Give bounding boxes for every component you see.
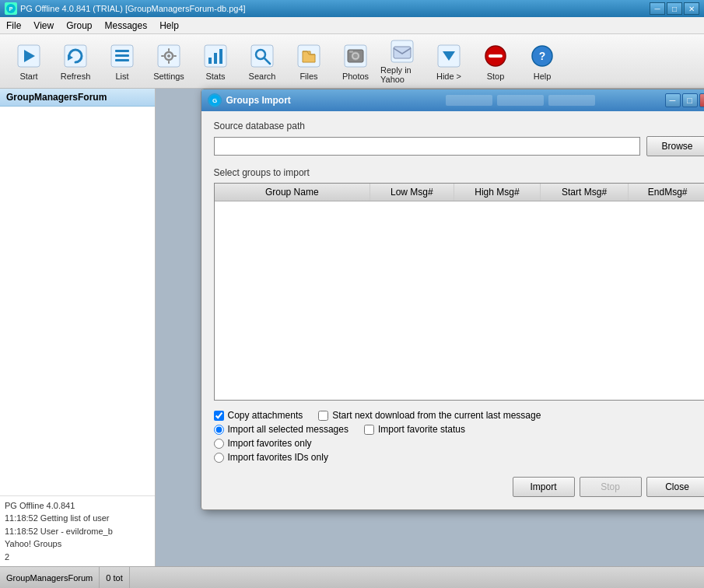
- start-next-download-checkbox[interactable]: [318, 411, 328, 421]
- menu-messages[interactable]: Messages: [99, 17, 154, 33]
- import-favorites-only-radio[interactable]: [214, 439, 224, 449]
- settings-icon: [155, 42, 183, 70]
- table-header-row: Group Name Low Msg# High Msg# Start Msg#…: [215, 184, 705, 201]
- select-groups-label: Select groups to import: [214, 167, 705, 178]
- import-favorites-only-option[interactable]: Import favorites only: [214, 438, 312, 449]
- import-favorites-ids-option[interactable]: Import favorites IDs only: [214, 452, 328, 463]
- col-low-msg: Low Msg#: [370, 184, 454, 201]
- import-all-radio[interactable]: [214, 425, 224, 435]
- reply-yahoo-icon: [388, 39, 416, 64]
- menu-view[interactable]: View: [27, 17, 60, 33]
- import-button[interactable]: Import: [513, 477, 575, 497]
- col-start-msg: Start Msg#: [541, 184, 629, 201]
- import-favorite-status-checkbox[interactable]: [364, 425, 374, 435]
- copy-attachments-option[interactable]: Copy attachments: [214, 410, 303, 421]
- stop-label: Stop: [487, 72, 505, 81]
- status-count: 0 tot: [100, 567, 129, 588]
- start-label: Start: [19, 72, 37, 81]
- hide-label: Hide >: [436, 72, 461, 81]
- list-icon: [108, 42, 136, 70]
- stats-button[interactable]: Stats: [193, 38, 238, 85]
- log-line-4: Yahoo! Groups: [5, 537, 150, 551]
- import-all-option[interactable]: Import all selected messages: [214, 424, 348, 435]
- photos-button[interactable]: Photos: [333, 38, 378, 85]
- photos-icon: [341, 42, 370, 70]
- title-controls: ─ □ ✕: [650, 2, 699, 15]
- group-header: GroupManagersForum: [0, 89, 155, 107]
- col-group-name: Group Name: [215, 184, 370, 201]
- source-path-input[interactable]: [214, 137, 640, 156]
- status-group: GroupManagersForum: [0, 567, 100, 588]
- source-path-row: Browse: [214, 136, 705, 156]
- left-panel-content: [0, 107, 155, 495]
- maximize-button[interactable]: □: [667, 2, 682, 15]
- svg-point-28: [353, 54, 358, 58]
- dialog-footer: Import Stop Close: [214, 471, 705, 500]
- menu-bar: File View Group Messages Help: [0, 17, 704, 34]
- log-line-3: 11:18:52 User - evildrome_b: [5, 525, 150, 538]
- svg-rect-7: [115, 50, 129, 52]
- log-line-5: 2: [5, 551, 150, 564]
- options-row-1: Copy attachments Start next download fro…: [214, 410, 705, 421]
- svg-point-12: [167, 54, 170, 58]
- options-row-2: Import all selected messages Import favo…: [214, 424, 705, 435]
- help-icon: ?: [528, 42, 556, 70]
- files-label: Files: [299, 72, 317, 81]
- files-icon: [295, 42, 323, 70]
- start-next-download-option[interactable]: Start next download from the current las…: [318, 410, 541, 421]
- svg-rect-20: [219, 49, 222, 64]
- search-icon: [248, 42, 276, 70]
- toolbar: Start Refresh List: [0, 34, 704, 89]
- browse-button[interactable]: Browse: [646, 136, 705, 156]
- col-end-msg: EndMsg#: [628, 184, 704, 201]
- svg-rect-8: [115, 54, 129, 57]
- app-icon: P: [5, 2, 17, 15]
- title-bar: P PG Offline 4.0.841 (TRIAL) [GroupManag…: [0, 0, 704, 17]
- hide-button[interactable]: Hide >: [426, 38, 471, 85]
- dialog-stop-button[interactable]: Stop: [580, 477, 642, 497]
- search-button[interactable]: Search: [240, 38, 285, 85]
- start-next-download-label: Start next download from the current las…: [332, 410, 541, 421]
- svg-rect-19: [214, 53, 217, 64]
- dialog-close-button[interactable]: ✕: [699, 93, 705, 107]
- help-button[interactable]: ? Help: [520, 38, 565, 85]
- stats-label: Stats: [205, 72, 225, 81]
- refresh-button[interactable]: Refresh: [53, 38, 98, 85]
- options-row-4: Import favorites IDs only: [214, 452, 705, 463]
- import-favorite-status-option[interactable]: Import favorite status: [364, 424, 465, 435]
- stats-icon: [201, 42, 229, 70]
- groups-import-dialog: G Groups Import ─ □ ✕: [201, 89, 705, 510]
- start-button[interactable]: Start: [6, 38, 51, 85]
- svg-rect-29: [349, 51, 353, 53]
- reply-yahoo-button[interactable]: Reply in Yahoo: [380, 38, 425, 85]
- svg-rect-15: [161, 55, 164, 57]
- dialog-close-button[interactable]: Close: [646, 477, 705, 497]
- app-title: PG Offline 4.0.841 (TRIAL) [GroupManager…: [20, 4, 650, 13]
- files-button[interactable]: Files: [286, 38, 331, 85]
- svg-text:?: ?: [539, 50, 546, 62]
- start-icon: [15, 42, 43, 70]
- status-bar: GroupManagersForum 0 tot: [0, 566, 704, 588]
- minimize-button[interactable]: ─: [650, 2, 665, 15]
- close-button[interactable]: ✕: [684, 2, 699, 15]
- menu-file[interactable]: File: [0, 17, 27, 33]
- dialog-minimize-button[interactable]: ─: [665, 93, 681, 107]
- list-button[interactable]: List: [100, 38, 145, 85]
- log-line-1: PG Offline 4.0.841: [5, 499, 150, 513]
- import-favorites-ids-radio[interactable]: [214, 453, 224, 463]
- svg-rect-14: [168, 61, 170, 64]
- copy-attachments-checkbox[interactable]: [214, 411, 224, 421]
- menu-group[interactable]: Group: [60, 17, 98, 33]
- import-favorites-only-label: Import favorites only: [228, 438, 312, 449]
- menu-help[interactable]: Help: [153, 17, 185, 33]
- help-label: Help: [534, 72, 552, 81]
- dialog-titlebar: G Groups Import ─ □ ✕: [201, 89, 705, 111]
- dialog-maximize-button[interactable]: □: [682, 93, 698, 107]
- list-label: List: [115, 72, 128, 81]
- settings-button[interactable]: Settings: [146, 38, 191, 85]
- source-path-label: Source database path: [214, 121, 705, 131]
- refresh-label: Refresh: [61, 72, 91, 81]
- svg-rect-31: [394, 47, 411, 58]
- hide-icon: [435, 42, 463, 70]
- stop-button[interactable]: Stop: [473, 38, 518, 85]
